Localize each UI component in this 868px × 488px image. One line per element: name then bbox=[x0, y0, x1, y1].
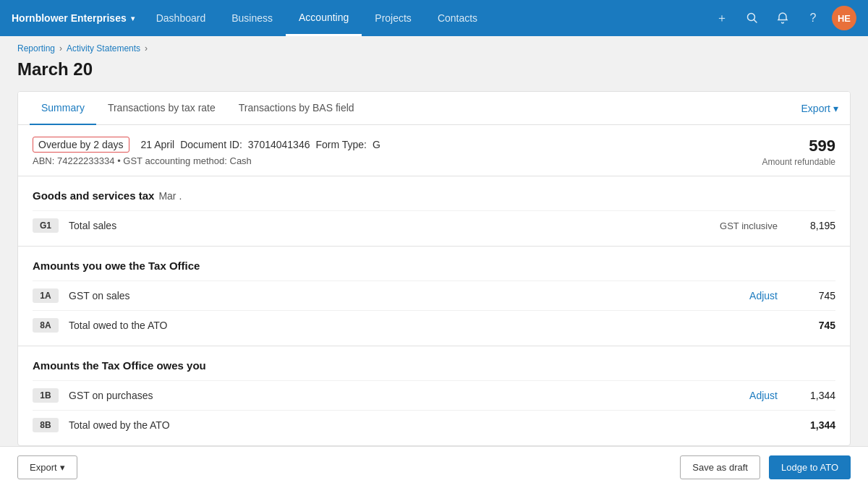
abn-value: 74222233334 bbox=[57, 155, 115, 166]
nav-accounting[interactable]: Accounting bbox=[286, 0, 362, 36]
tab-tax-rate[interactable]: Transactions by tax rate bbox=[96, 92, 227, 125]
field-badge-8b: 8B bbox=[33, 418, 59, 432]
chevron-down-icon: ▾ bbox=[833, 103, 838, 114]
brand-name: Hornblower Enterprises bbox=[12, 12, 127, 24]
table-row: 8A Total owed to the ATO 745 bbox=[33, 310, 835, 340]
table-row: 1A GST on sales Adjust 745 bbox=[33, 281, 835, 310]
field-badge-8a: 8A bbox=[33, 318, 59, 333]
row-amount-8b: 1,344 bbox=[792, 419, 835, 431]
export-top-button[interactable]: Export ▾ bbox=[801, 103, 838, 114]
brand-chevron: ▾ bbox=[131, 14, 135, 22]
goods-section: Goods and services tax Mar . G1 Total sa… bbox=[18, 176, 850, 246]
form-type: G bbox=[373, 139, 380, 150]
doc-info-left: Overdue by 2 days 21 April Document ID: … bbox=[33, 137, 762, 166]
help-icon-button[interactable]: ? bbox=[801, 7, 825, 30]
adjust-link-1a[interactable]: Adjust bbox=[749, 290, 778, 301]
row-amount-1b: 1,344 bbox=[792, 390, 835, 401]
breadcrumb: Reporting › Activity Statements › bbox=[17, 43, 851, 53]
row-label-g1: Total sales bbox=[69, 220, 720, 231]
nav-business[interactable]: Business bbox=[218, 0, 286, 36]
bottom-bar: Export ▾ Save as draft Lodge to ATO bbox=[0, 446, 868, 488]
nav-links: Dashboard Business Accounting Projects C… bbox=[143, 0, 710, 36]
navbar-actions: ＋ ? HE bbox=[710, 6, 856, 30]
owes-you-section-title: Amounts the Tax Office owes you bbox=[33, 359, 835, 372]
abn-label: ABN: bbox=[33, 155, 54, 166]
doc-id-label: Document ID: bbox=[180, 139, 242, 150]
tab-bas-field[interactable]: Transactions by BAS field bbox=[227, 92, 366, 125]
nav-contacts[interactable]: Contacts bbox=[425, 0, 490, 36]
add-icon-button[interactable]: ＋ bbox=[710, 7, 733, 30]
field-badge-g1: G1 bbox=[33, 218, 59, 233]
svg-line-1 bbox=[754, 20, 757, 23]
breadcrumb-activity-statements[interactable]: Activity Statements bbox=[67, 43, 140, 53]
chevron-down-icon: ▾ bbox=[60, 462, 65, 473]
brand[interactable]: Hornblower Enterprises ▾ bbox=[12, 12, 143, 24]
row-tag-g1: GST inclusive bbox=[720, 221, 778, 231]
doc-meta-line: Overdue by 2 days 21 April Document ID: … bbox=[33, 137, 762, 153]
breadcrumb-bar: Reporting › Activity Statements › bbox=[0, 36, 868, 56]
row-label-1a: GST on sales bbox=[69, 290, 749, 301]
overdue-badge: Overdue by 2 days bbox=[33, 137, 129, 153]
amount-label: Amount refundable bbox=[762, 157, 835, 167]
tab-summary[interactable]: Summary bbox=[30, 92, 96, 125]
refundable-amount: 599 bbox=[762, 137, 835, 155]
tabs-bar: Summary Transactions by tax rate Transac… bbox=[18, 92, 850, 125]
field-badge-1a: 1A bbox=[33, 288, 59, 303]
notifications-icon-button[interactable] bbox=[771, 7, 794, 30]
row-label-1b: GST on purchases bbox=[69, 390, 749, 401]
owes-you-section: Amounts the Tax Office owes you 1B GST o… bbox=[18, 346, 850, 445]
main-content: Summary Transactions by tax rate Transac… bbox=[0, 91, 868, 488]
row-amount-1a: 745 bbox=[792, 290, 835, 301]
table-row: 1B GST on purchases Adjust 1,344 bbox=[33, 380, 835, 410]
row-label-8b: Total owed by the ATO bbox=[69, 419, 792, 431]
doc-sub-line: ABN: 74222233334 • GST accounting method… bbox=[33, 155, 762, 166]
breadcrumb-sep-2: › bbox=[145, 43, 148, 53]
goods-section-title: Goods and services tax Mar . bbox=[33, 189, 835, 202]
export-bottom-button[interactable]: Export ▾ bbox=[17, 455, 77, 479]
gst-method: Cash bbox=[230, 155, 252, 166]
save-draft-button[interactable]: Save as draft bbox=[680, 455, 760, 479]
doc-date: 21 April bbox=[141, 139, 175, 150]
navbar: Hornblower Enterprises ▾ Dashboard Busin… bbox=[0, 0, 868, 36]
table-row: 8B Total owed by the ATO 1,344 bbox=[33, 410, 835, 440]
user-avatar-button[interactable]: HE bbox=[832, 6, 856, 30]
row-amount-8a: 745 bbox=[792, 320, 835, 331]
lodge-ato-button[interactable]: Lodge to ATO bbox=[769, 455, 851, 479]
doc-info-right: 599 Amount refundable bbox=[762, 137, 835, 167]
search-icon-button[interactable] bbox=[741, 7, 764, 30]
nav-dashboard[interactable]: Dashboard bbox=[143, 0, 219, 36]
main-card: Summary Transactions by tax rate Transac… bbox=[17, 91, 851, 446]
breadcrumb-sep-1: › bbox=[59, 43, 62, 53]
nav-projects[interactable]: Projects bbox=[362, 0, 425, 36]
document-info: Overdue by 2 days 21 April Document ID: … bbox=[18, 125, 850, 176]
doc-id: 37014041346 bbox=[248, 139, 310, 150]
row-label-8a: Total owed to the ATO bbox=[69, 320, 792, 331]
field-badge-1b: 1B bbox=[33, 388, 59, 403]
goods-period: Mar . bbox=[158, 190, 182, 202]
page-title: March 20 bbox=[0, 56, 868, 91]
form-type-label: Form Type: bbox=[315, 139, 367, 150]
owe-section-title: Amounts you owe the Tax Office bbox=[33, 260, 835, 272]
owe-section: Amounts you owe the Tax Office 1A GST on… bbox=[18, 247, 850, 346]
table-row: G1 Total sales GST inclusive 8,195 bbox=[33, 210, 835, 240]
breadcrumb-reporting[interactable]: Reporting bbox=[17, 43, 55, 53]
adjust-link-1b[interactable]: Adjust bbox=[749, 390, 778, 401]
row-amount-g1: 8,195 bbox=[792, 220, 835, 231]
gst-method-label: GST accounting method: bbox=[123, 155, 227, 166]
